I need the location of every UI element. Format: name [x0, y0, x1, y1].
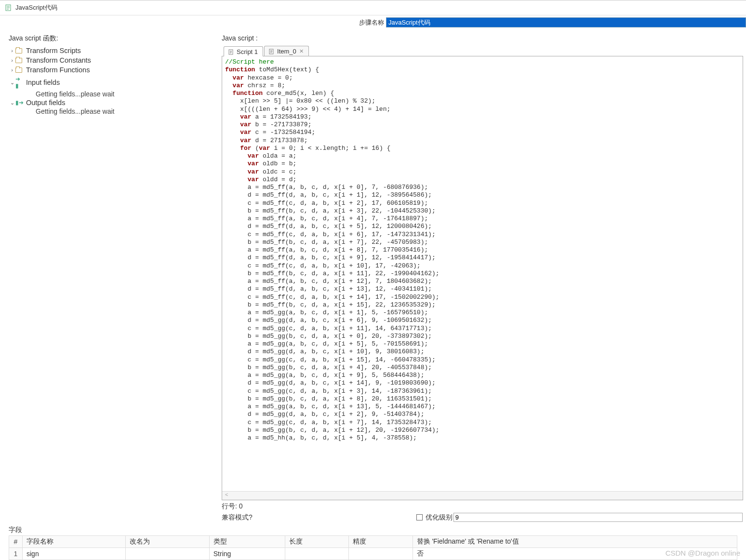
line-number-label: 行号: 0 [222, 502, 243, 511]
input-fields-icon: ➜​▮ [15, 76, 23, 89]
step-name-input[interactable] [386, 17, 746, 27]
folder-icon [15, 48, 23, 53]
table-cell[interactable]: sign [23, 548, 126, 560]
table-cell[interactable] [349, 548, 413, 560]
tree-item-output-fields[interactable]: ⌄▮➜Output fields [9, 98, 219, 107]
step-name-label: 步骤名称 [354, 18, 384, 27]
tree-item-label: Input fields [26, 79, 60, 86]
fields-col-header[interactable]: 改名为 [126, 536, 209, 548]
script-tab-icon [228, 49, 235, 55]
tree-item-label: Transform Constants [26, 56, 91, 64]
fields-heading: 字段 [9, 526, 737, 534]
fields-col-header[interactable]: 长度 [285, 536, 349, 548]
close-icon[interactable]: ✕ [299, 48, 304, 54]
fields-col-header[interactable]: # [9, 536, 23, 548]
tree-child-loading: Getting fields...please wait [9, 107, 219, 115]
tree-item-input-fields[interactable]: ⌄➜​▮Input fields [9, 75, 219, 90]
table-cell[interactable] [285, 548, 349, 560]
tree-item-label: Transform Scripts [26, 47, 81, 54]
table-cell[interactable]: 1 [9, 548, 23, 560]
tree-item-label: Transform Functions [26, 66, 90, 74]
scrollbar-horizontal[interactable]: < [222, 491, 743, 500]
step-name-row: 步骤名称 [0, 15, 746, 29]
fields-col-header[interactable]: 替换 'Fieldname' 或 'Rename to'值 [413, 536, 737, 548]
optimize-level-label: 优化级别 [426, 513, 453, 522]
tree-item-label: Output fields [26, 99, 65, 107]
folder-icon [15, 67, 23, 73]
tab-label: Script 1 [237, 48, 258, 55]
script-step-icon [5, 4, 13, 12]
tab-label: Item_0 [277, 48, 296, 55]
table-cell[interactable]: String [209, 548, 285, 560]
script-pane: Java script : Script 1Item_0✕ //Script h… [222, 29, 746, 525]
table-cell[interactable] [126, 548, 209, 560]
optimize-level-input[interactable] [453, 513, 743, 522]
chevron-right-icon[interactable]: › [9, 57, 15, 63]
functions-pane: Java script 函数: ›Transform Scripts›Trans… [0, 29, 222, 525]
script-tabs[interactable]: Script 1Item_0✕ [222, 44, 743, 56]
script-heading: Java script : [222, 34, 743, 42]
tree-item-transform-constants[interactable]: ›Transform Constants [9, 55, 219, 65]
window-title: JavaScript代码 [15, 3, 57, 12]
tab-item_0[interactable]: Item_0✕ [264, 46, 309, 56]
folder-icon [15, 58, 23, 63]
tab-script-1[interactable]: Script 1 [224, 46, 263, 56]
code-editor[interactable]: //Script herefunction toMd5Hex(text) { v… [222, 56, 743, 500]
chevron-down-icon[interactable]: ⌄ [9, 100, 15, 106]
table-row[interactable]: 1signString否 [9, 548, 737, 560]
compat-mode-label: 兼容模式? [222, 513, 253, 522]
functions-tree[interactable]: ›Transform Scripts›Transform Constants›T… [9, 46, 219, 115]
fields-col-header[interactable]: 字段名称 [23, 536, 126, 548]
fields-col-header[interactable]: 精度 [349, 536, 413, 548]
fields-section: 字段 #字段名称改名为类型长度精度替换 'Fieldname' 或 'Renam… [0, 525, 746, 560]
fields-table[interactable]: #字段名称改名为类型长度精度替换 'Fieldname' 或 'Rename t… [9, 535, 737, 560]
tree-child-loading: Getting fields...please wait [9, 90, 219, 98]
chevron-down-icon[interactable]: ⌄ [9, 80, 15, 86]
chevron-right-icon[interactable]: › [9, 48, 15, 53]
script-tab-icon [268, 48, 275, 55]
tree-item-transform-scripts[interactable]: ›Transform Scripts [9, 46, 219, 55]
functions-heading: Java script 函数: [9, 34, 219, 43]
tree-item-transform-functions[interactable]: ›Transform Functions [9, 65, 219, 75]
titlebar: JavaScript代码 [0, 0, 746, 15]
compat-mode-checkbox[interactable] [416, 514, 423, 520]
fields-col-header[interactable]: 类型 [209, 536, 285, 548]
chevron-right-icon[interactable]: › [9, 67, 15, 73]
watermark: CSDN @Dragon online [666, 549, 740, 557]
output-fields-icon: ▮➜ [15, 99, 23, 106]
